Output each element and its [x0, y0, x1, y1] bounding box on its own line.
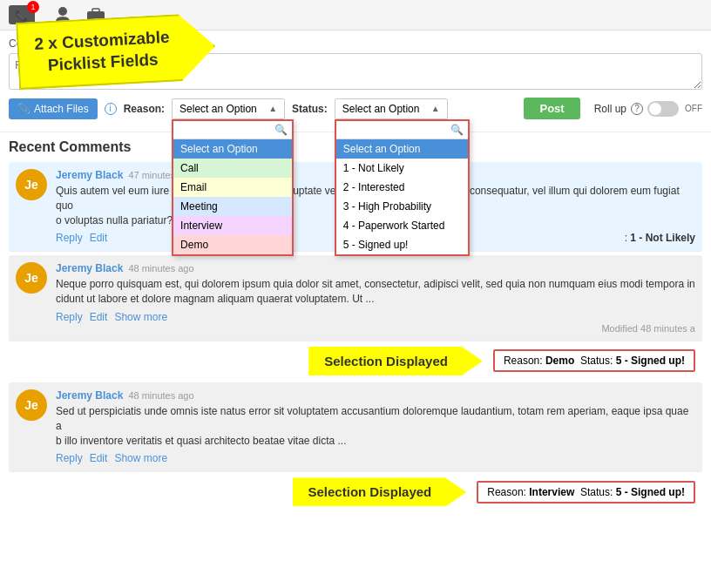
edit-button[interactable]: Edit: [90, 232, 108, 244]
status-search-input[interactable]: [341, 124, 450, 136]
comment-actions-2: Reply Edit Show more: [56, 311, 695, 323]
status-option-4[interactable]: 4 - Paperwork Started: [336, 216, 468, 235]
comment-actions-3: Reply Edit Show more: [56, 452, 695, 464]
notification-badge: 1: [27, 1, 39, 13]
reply-button[interactable]: Reply: [56, 232, 83, 244]
comment-section-3: Je Jeremy Black 48 minutes ago Sed ut pe…: [9, 382, 702, 513]
comment-text-3: Sed ut perspiciatis unde omnis iste natu…: [56, 404, 695, 448]
avatar-2: Je: [16, 262, 47, 294]
rollup-area: Roll up ? OFF: [594, 101, 702, 117]
comment-meta-3: Jeremy Black 48 minutes ago: [56, 389, 695, 402]
chevron-up-icon: ▲: [268, 104, 277, 113]
paperclip-icon: 📎: [17, 103, 30, 115]
comment-author-3[interactable]: Jeremy Black: [56, 389, 123, 402]
reason-dropdown-panel: 🔍 Select an Option Call Email Meeting In…: [172, 119, 294, 256]
annotation-line2: Picklist Fields: [47, 50, 159, 74]
edit-button-3[interactable]: Edit: [90, 452, 108, 464]
reason-option-demo[interactable]: Demo: [173, 235, 292, 254]
status-option-2[interactable]: 2 - Interested: [336, 178, 468, 197]
reason-option-meeting[interactable]: Meeting: [173, 197, 292, 216]
status-search: 🔍: [336, 121, 468, 139]
reason-dropdown-trigger[interactable]: Select an Option ▲: [172, 98, 285, 119]
reason-value-2: Demo: [545, 355, 574, 367]
comment-section-2: Je Jeremy Black 48 minutes ago Neque por…: [9, 255, 702, 382]
status-option-1[interactable]: 1 - Not Likely: [336, 159, 468, 178]
rollup-label: Roll up: [594, 103, 626, 115]
search-icon2: 🔍: [450, 124, 464, 136]
reason-label: Reason:: [124, 103, 165, 115]
edit-button-2[interactable]: Edit: [90, 311, 108, 323]
comment-meta-2: Jeremy Black 48 minutes ago: [56, 262, 695, 274]
reply-button-3[interactable]: Reply: [56, 452, 83, 464]
status-value-3: 5 - Signed up!: [616, 486, 685, 498]
svg-point-0: [58, 7, 67, 16]
post-button[interactable]: Post: [524, 98, 579, 119]
avatar: Je: [16, 169, 47, 200]
comment-text-2: Neque porro quisquam est, qui dolorem ip…: [56, 277, 695, 307]
comment-body-3: Jeremy Black 48 minutes ago Sed ut persp…: [56, 389, 695, 464]
info-icon[interactable]: i: [105, 103, 117, 115]
status-value-2: 5 - Signed up!: [616, 355, 685, 367]
selection-badge-3: Reason: Interview Status: 5 - Signed up!: [477, 481, 695, 504]
avatar-3: Je: [16, 389, 47, 421]
status-option-select[interactable]: Select an Option: [336, 139, 468, 159]
show-more-3[interactable]: Show more: [114, 452, 167, 464]
selection-row-3: Selection Displayed Reason: Interview St…: [9, 474, 702, 513]
comment-card-2: Je Jeremy Black 48 minutes ago Neque por…: [9, 255, 702, 341]
reason-dropdown[interactable]: Select an Option ▲ 🔍 Select an Option Ca…: [172, 98, 285, 119]
reason-search: 🔍: [173, 121, 292, 139]
selection-arrow-2: Selection Displayed: [308, 347, 483, 375]
status-option-3[interactable]: 3 - High Probability: [336, 197, 468, 216]
comment-body-2: Jeremy Black 48 minutes ago Neque porro …: [56, 262, 695, 334]
selection-row-2: Selection Displayed Reason: Demo Status:…: [9, 343, 702, 382]
status-label: Status:: [292, 103, 328, 115]
reason-option-email[interactable]: Email: [173, 178, 292, 197]
selection-arrow-3: Selection Displayed: [293, 477, 467, 506]
rollup-knob: [649, 103, 661, 115]
comment-time-2: 48 minutes ago: [128, 263, 193, 274]
status-option-5[interactable]: 5 - Signed up!: [336, 235, 468, 254]
form-controls: 📎 Attach Files i Reason: Select an Optio…: [9, 92, 702, 125]
comment-time-3: 48 minutes ago: [128, 390, 193, 401]
comment-card-3: Je Jeremy Black 48 minutes ago Sed ut pe…: [9, 382, 702, 472]
comment-author[interactable]: Jeremy Black: [56, 169, 123, 181]
annotation-line1: 2 x Customizable: [34, 28, 170, 53]
status-dropdown[interactable]: Select an Option ▲ 🔍 Select an Option 1 …: [335, 98, 448, 119]
reason-value-3: Interview: [529, 486, 574, 498]
reply-button-2[interactable]: Reply: [56, 311, 83, 323]
status-dropdown-trigger[interactable]: Select an Option ▲: [335, 98, 448, 119]
search-icon: 🔍: [274, 124, 288, 136]
comment-author-2[interactable]: Jeremy Black: [56, 262, 123, 274]
reason-option-interview[interactable]: Interview: [173, 216, 292, 235]
chevron-up-icon2: ▲: [431, 104, 440, 113]
rollup-help-icon[interactable]: ?: [631, 103, 643, 115]
reason-option-call[interactable]: Call: [173, 159, 292, 178]
rollup-state: OFF: [685, 104, 702, 113]
modified-label-2: Modified 48 minutes a: [601, 323, 695, 334]
rollup-toggle[interactable]: [647, 101, 679, 117]
selection-badge-2: Reason: Demo Status: 5 - Signed up!: [493, 349, 695, 372]
reason-search-input[interactable]: [178, 124, 274, 136]
status-dropdown-panel: 🔍 Select an Option 1 - Not Likely 2 - In…: [335, 119, 470, 256]
attach-files-button[interactable]: 📎 Attach Files: [9, 98, 98, 119]
show-more-2[interactable]: Show more: [114, 311, 167, 323]
reason-option-select[interactable]: Select an Option: [173, 139, 292, 159]
